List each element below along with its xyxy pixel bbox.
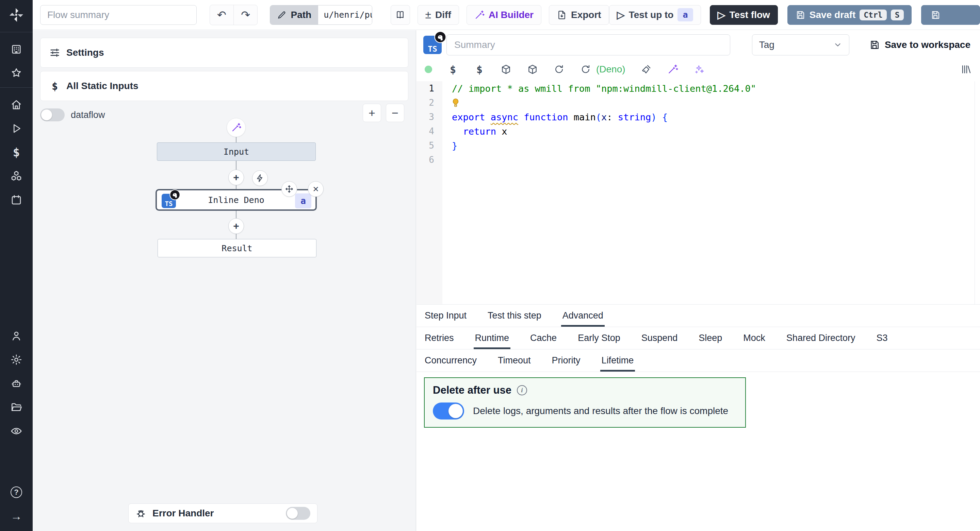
redo-button[interactable]: ↷ bbox=[234, 5, 258, 25]
tab-retries[interactable]: Retries bbox=[425, 327, 454, 349]
delete-step-button[interactable]: × bbox=[308, 181, 324, 197]
step-editor-panel: TS Tag Save to workspace $ $ bbox=[417, 30, 980, 531]
tab-runtime[interactable]: Runtime bbox=[475, 327, 509, 349]
tab-priority[interactable]: Priority bbox=[552, 349, 581, 372]
kbd-s: S bbox=[891, 10, 904, 21]
export-button[interactable]: Export bbox=[549, 5, 609, 25]
add-step-button[interactable]: + bbox=[228, 218, 244, 234]
tab-lifetime[interactable]: Lifetime bbox=[601, 349, 634, 372]
resources-icon[interactable] bbox=[10, 169, 23, 183]
test-flow-label: Test flow bbox=[730, 10, 770, 21]
editor-scrollbar[interactable] bbox=[975, 81, 975, 304]
tab-concurrency[interactable]: Concurrency bbox=[425, 349, 477, 372]
save-icon bbox=[869, 40, 880, 50]
test-flow-button[interactable]: ▷ Test flow bbox=[710, 5, 778, 25]
ai-flow-wand-button[interactable] bbox=[227, 118, 246, 137]
flow-result-node[interactable]: Result bbox=[158, 239, 317, 257]
expand-sidebar-icon[interactable]: → bbox=[10, 509, 23, 523]
user-icon[interactable] bbox=[10, 329, 23, 343]
path-group: Path u/henri/pur bbox=[270, 5, 372, 25]
package-icon[interactable] bbox=[500, 63, 512, 75]
ai-builder-button[interactable]: AI Builder bbox=[466, 5, 541, 25]
line-number: 1 bbox=[417, 83, 442, 94]
error-handler-toggle[interactable] bbox=[286, 507, 310, 520]
favorites-icon[interactable] bbox=[10, 66, 23, 80]
line-number: 6 bbox=[417, 155, 442, 165]
docs-button[interactable] bbox=[391, 5, 410, 25]
tab-advanced[interactable]: Advanced bbox=[563, 304, 603, 327]
add-trigger-button[interactable] bbox=[252, 170, 268, 186]
reload-lang-icon[interactable] bbox=[580, 63, 592, 75]
tab-s3[interactable]: S3 bbox=[876, 327, 888, 349]
reload-icon[interactable] bbox=[553, 63, 565, 75]
variables-icon[interactable]: $ bbox=[447, 63, 459, 75]
variables-icon[interactable]: $ bbox=[10, 146, 23, 159]
settings-icon[interactable] bbox=[10, 353, 23, 366]
line-number: 4 bbox=[417, 126, 442, 136]
delete-after-use-toggle[interactable] bbox=[433, 403, 464, 420]
code-line: 5} bbox=[417, 138, 980, 153]
code-content: // import * as wmill from "npm:windmill-… bbox=[442, 83, 756, 94]
wand-icon bbox=[231, 122, 241, 133]
step-node-label: Inline Deno bbox=[208, 195, 264, 205]
tab-test-this-step[interactable]: Test this step bbox=[488, 304, 541, 327]
windmill-logo[interactable] bbox=[8, 5, 24, 24]
schedules-icon[interactable] bbox=[10, 193, 23, 207]
undo-button[interactable]: ↶ bbox=[210, 5, 234, 25]
step-summary-input[interactable] bbox=[447, 34, 730, 55]
flow-summary-input[interactable] bbox=[40, 5, 197, 25]
language-label: (Deno) bbox=[596, 64, 625, 75]
tab-mock[interactable]: Mock bbox=[743, 327, 765, 349]
save-draft-label: Save draft bbox=[810, 10, 856, 21]
ai-wand-icon[interactable] bbox=[667, 63, 679, 75]
chevron-down-icon bbox=[833, 40, 842, 49]
undo-redo-group: ↶ ↷ bbox=[210, 5, 258, 25]
tab-suspend[interactable]: Suspend bbox=[641, 327, 678, 349]
kbd-ctrl: Ctrl bbox=[859, 10, 886, 21]
apps-icon[interactable] bbox=[10, 43, 23, 56]
format-icon[interactable] bbox=[640, 63, 652, 75]
tab-early-stop[interactable]: Early Stop bbox=[578, 327, 620, 349]
export-label: Export bbox=[571, 10, 601, 21]
help-icon[interactable]: ? bbox=[10, 485, 23, 499]
typescript-badge: TS bbox=[162, 194, 176, 208]
step-tabs-block: Step InputTest this stepAdvanced Retries… bbox=[417, 304, 980, 372]
folders-icon[interactable] bbox=[10, 401, 23, 414]
tab-cache[interactable]: Cache bbox=[530, 327, 557, 349]
bug-icon bbox=[135, 508, 146, 519]
save-draft-button[interactable]: Save draft Ctrl S bbox=[788, 5, 912, 25]
runs-icon[interactable] bbox=[10, 122, 23, 135]
flow-input-node[interactable]: Input bbox=[157, 143, 316, 161]
code-editor[interactable]: 1// import * as wmill from "npm:windmill… bbox=[417, 81, 980, 304]
move-step-button[interactable] bbox=[282, 181, 297, 197]
edit-path-button[interactable]: Path bbox=[270, 5, 318, 24]
tab-shared-directory[interactable]: Shared Directory bbox=[786, 327, 856, 349]
sidebar-divider bbox=[0, 32, 33, 32]
line-number: 2 bbox=[417, 98, 442, 108]
sparkles-icon[interactable] bbox=[694, 63, 705, 75]
workers-icon[interactable] bbox=[10, 377, 23, 390]
delete-after-use-title: Delete after use bbox=[433, 384, 511, 396]
tag-select[interactable]: Tag bbox=[752, 34, 850, 55]
move-icon bbox=[285, 185, 294, 193]
step-header-row: TS Tag Save to workspace bbox=[423, 34, 970, 56]
deploy-button[interactable] bbox=[921, 5, 980, 25]
home-icon[interactable] bbox=[10, 98, 23, 111]
tab-sleep[interactable]: Sleep bbox=[698, 327, 722, 349]
diff-icon: ± bbox=[425, 8, 431, 21]
test-up-to-button[interactable]: ▷ Test up to a bbox=[609, 5, 701, 25]
package-icon[interactable] bbox=[527, 63, 538, 75]
diff-button[interactable]: ± Diff bbox=[417, 5, 459, 25]
status-dot bbox=[425, 66, 432, 73]
left-nav-sidebar: $ ? → bbox=[0, 0, 33, 531]
save-to-workspace-button[interactable]: Save to workspace bbox=[869, 40, 970, 50]
resources-dollar-icon[interactable]: $ bbox=[474, 63, 485, 75]
tab-step-input[interactable]: Step Input bbox=[425, 304, 466, 327]
line-number: 5 bbox=[417, 140, 442, 151]
add-step-button[interactable]: + bbox=[228, 170, 244, 185]
info-icon[interactable]: i bbox=[517, 385, 527, 395]
path-value[interactable]: u/henri/pur bbox=[318, 5, 372, 24]
library-icon[interactable] bbox=[960, 63, 972, 75]
tab-timeout[interactable]: Timeout bbox=[498, 349, 531, 372]
audit-logs-icon[interactable] bbox=[10, 424, 23, 438]
